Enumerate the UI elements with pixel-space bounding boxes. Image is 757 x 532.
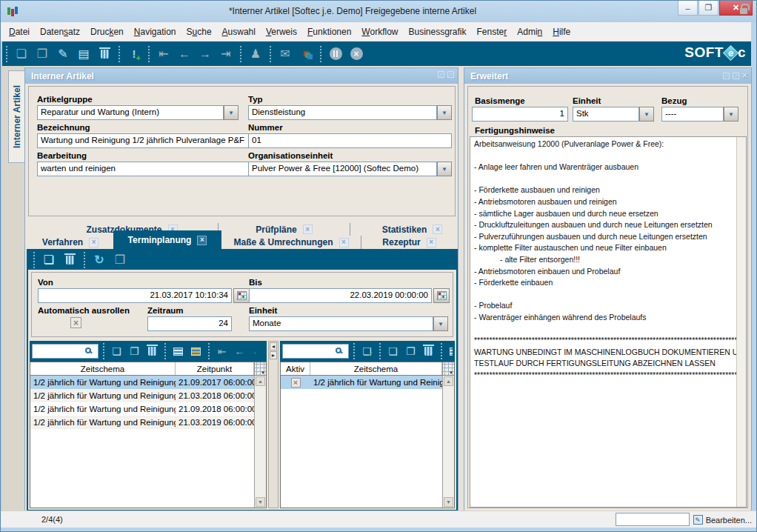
aktiv-checkbox[interactable]: [291, 378, 301, 388]
save-icon[interactable]: [75, 45, 93, 63]
pause-icon[interactable]: [327, 45, 344, 63]
new-icon[interactable]: [13, 45, 30, 63]
previous-record-icon[interactable]: [176, 45, 193, 63]
vertical-scrollbar[interactable]: ▲ ▼: [442, 376, 454, 508]
collapse-right-icon[interactable]: ►: [270, 351, 277, 359]
table-row[interactable]: 1/2 jährlich für Wartung und Reinigung: [281, 376, 454, 389]
textarea-scrollbar[interactable]: [736, 137, 746, 507]
refresh-icon[interactable]: [90, 251, 108, 269]
delete-icon[interactable]: [61, 251, 79, 269]
menu-item[interactable]: Datensatz: [35, 24, 85, 40]
tab-close-icon[interactable]: [303, 225, 313, 234]
table-row[interactable]: 1/2 jährlich für Wartung und Reinigung 2…: [30, 416, 266, 429]
first-record-icon[interactable]: [214, 344, 230, 359]
previous-record-icon[interactable]: [232, 344, 247, 359]
next-record-icon[interactable]: [196, 45, 214, 63]
organisationseinheit-dropdown-icon[interactable]: [437, 162, 452, 176]
menu-item[interactable]: Businessgrafik: [403, 24, 471, 40]
transfer-icon[interactable]: [297, 45, 315, 63]
von-field[interactable]: 21.03.2017 10:10:34: [38, 288, 232, 303]
bezug-field[interactable]: ----: [661, 107, 724, 122]
einheit-dropdown-icon[interactable]: [639, 107, 654, 122]
automatisch-ausrollen-checkbox[interactable]: [70, 317, 81, 328]
last-record-icon[interactable]: [217, 45, 235, 63]
menu-item[interactable]: Fenster: [472, 24, 513, 40]
menu-item[interactable]: Suche: [181, 24, 217, 40]
panel-header[interactable]: Interner Artikel: [25, 68, 458, 84]
column-select-icon[interactable]: [442, 362, 454, 375]
send-icon[interactable]: [276, 45, 294, 63]
edit-icon[interactable]: [54, 45, 72, 63]
expand-icon[interactable]: [723, 73, 730, 79]
delete-icon[interactable]: [96, 45, 113, 63]
list-view-icon[interactable]: [447, 344, 453, 359]
column-header-aktiv[interactable]: Aktiv: [281, 362, 310, 375]
tab-close-icon[interactable]: [197, 236, 207, 245]
column-select-icon[interactable]: [254, 362, 266, 375]
scroll-up-icon[interactable]: ▲: [444, 376, 453, 386]
delete-icon[interactable]: [421, 344, 436, 359]
einheit-field[interactable]: Monate: [249, 316, 433, 331]
copy-icon[interactable]: [403, 344, 418, 359]
bearbeiten-button[interactable]: Bearbeiten...: [692, 513, 753, 527]
bezug-dropdown-icon[interactable]: [724, 107, 738, 122]
menu-item[interactable]: Admin: [512, 24, 547, 40]
bis-field[interactable]: 22.03.2019 00:00:00: [249, 288, 432, 303]
einheit-dropdown-icon[interactable]: [433, 316, 448, 331]
expand-icon[interactable]: [447, 71, 454, 78]
list-splitter[interactable]: ◄ ►: [268, 341, 279, 508]
close-panel-icon[interactable]: ×: [742, 71, 747, 80]
scroll-down-icon[interactable]: ▼: [444, 497, 453, 507]
table-row[interactable]: 1/2 jährlich für Wartung und Reinigung 2…: [30, 389, 266, 402]
cancel-icon[interactable]: [347, 45, 365, 63]
copy-icon[interactable]: [33, 45, 51, 63]
maximize-button[interactable]: ❐: [698, 1, 718, 16]
expand-icon[interactable]: [733, 73, 739, 79]
tab[interactable]: Verfahren: [27, 236, 113, 249]
user-search-icon[interactable]: [247, 45, 264, 63]
tab-close-icon[interactable]: [339, 238, 349, 247]
menu-item[interactable]: Navigation: [129, 24, 181, 40]
tab[interactable]: Terminplanung: [113, 230, 221, 249]
table-row[interactable]: 1/2 jährlich für Wartung und Reinigung 2…: [30, 376, 266, 389]
side-tab-interner-artikel[interactable]: Interner Artikel: [8, 70, 25, 163]
tab-close-icon[interactable]: [433, 225, 442, 234]
typ-dropdown-icon[interactable]: [437, 105, 452, 120]
scroll-down-icon[interactable]: ▼: [256, 497, 265, 507]
bis-calendar-icon[interactable]: [433, 288, 450, 303]
column-header-zeitschema[interactable]: Zeitschema: [30, 362, 176, 375]
minimize-button[interactable]: –: [678, 1, 698, 16]
panel-header[interactable]: Erweitert ×: [464, 68, 751, 84]
list-view-icon[interactable]: [170, 344, 186, 359]
menu-item[interactable]: Funktionen: [302, 24, 356, 40]
artikelgruppe-field[interactable]: Reparatur und Wartung (Intern): [37, 105, 224, 120]
menu-item[interactable]: Drucken: [85, 24, 129, 40]
new-icon[interactable]: [109, 344, 124, 359]
first-record-icon[interactable]: [155, 45, 173, 63]
search-input[interactable]: [282, 344, 349, 359]
einheit-field[interactable]: Stk: [573, 107, 639, 122]
scroll-up-icon[interactable]: ▲: [256, 376, 265, 386]
menu-item[interactable]: Workflow: [356, 24, 403, 40]
search-input[interactable]: [32, 344, 99, 359]
bezeichnung-field[interactable]: Wartung und Reinigung 1/2 jährlich Pulve…: [37, 133, 250, 148]
stamp-icon[interactable]: [111, 251, 129, 269]
delete-icon[interactable]: [144, 344, 160, 359]
column-header-zeitpunkt[interactable]: Zeitpunkt: [176, 362, 254, 375]
statusbar-input[interactable]: [616, 513, 690, 526]
tab-close-icon[interactable]: [89, 238, 99, 247]
assign-icon[interactable]: [359, 344, 375, 359]
von-calendar-icon[interactable]: [233, 288, 250, 303]
organisationseinheit-field[interactable]: Pulver Power & Free [12000] (Softec Demo…: [248, 162, 437, 176]
nummer-field[interactable]: 01: [248, 133, 452, 148]
column-header-zeitschema[interactable]: Zeitschema: [310, 362, 442, 375]
tab[interactable]: Maße & Umrechnungen: [221, 236, 361, 249]
new-icon[interactable]: [40, 251, 58, 269]
menu-item[interactable]: Hilfe: [547, 24, 576, 40]
collapse-left-icon[interactable]: ◄: [270, 342, 277, 350]
menu-item[interactable]: Datei: [4, 24, 35, 40]
tab[interactable]: Prüfpläne: [218, 223, 350, 236]
copy-icon[interactable]: [127, 344, 142, 359]
typ-field[interactable]: Dienstleistung: [248, 105, 437, 120]
expand-icon[interactable]: [438, 71, 444, 78]
